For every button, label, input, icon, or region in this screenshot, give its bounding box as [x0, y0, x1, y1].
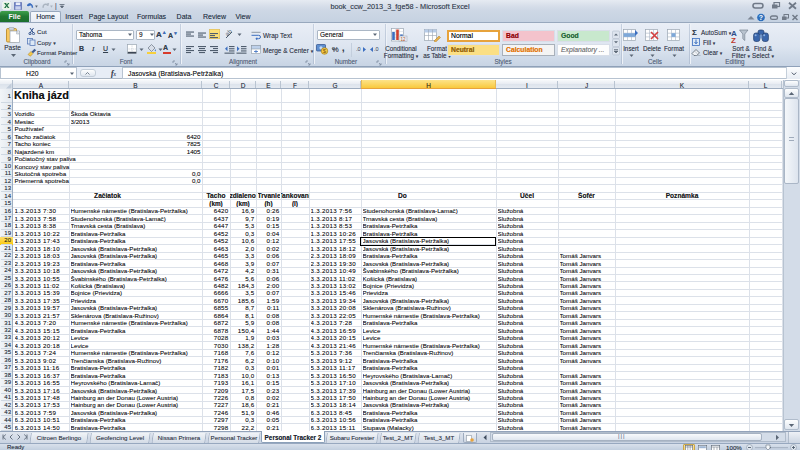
svg-text:ab: ab	[224, 29, 233, 37]
svg-text:?: ?	[759, 14, 763, 21]
svg-text:Z: Z	[731, 36, 736, 43]
svg-text:.0: .0	[356, 46, 361, 52]
svg-text:12: 12	[400, 37, 406, 42]
